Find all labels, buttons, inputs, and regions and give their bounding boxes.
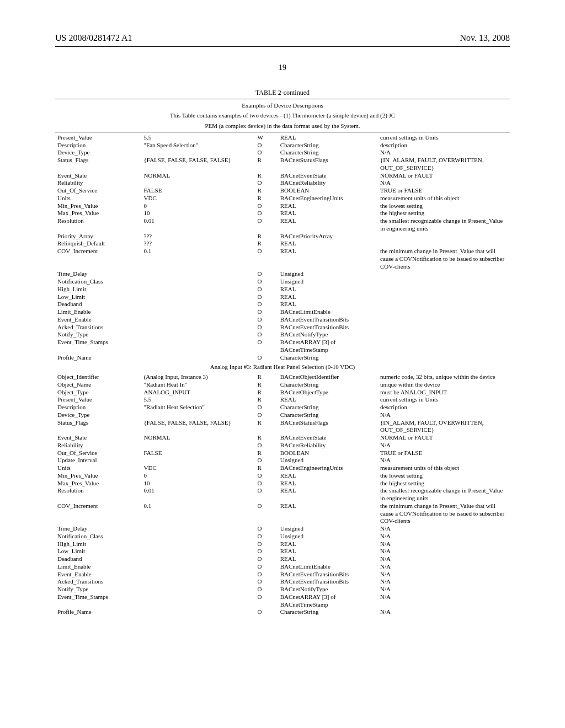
cell-c2: [142, 331, 255, 339]
cell-c1: Device_Type: [55, 149, 142, 157]
cell-c4: BACnetARRAY [3] of BACnetTimeStamp: [278, 593, 378, 609]
cell-c1: High_Limit: [55, 286, 142, 293]
cell-c3: O: [255, 457, 278, 464]
table-row: Low_LimitOREAL: [55, 293, 510, 301]
table-caption-rule: [55, 132, 510, 132]
table-row: Object_Identifier(Analog Input, Instance…: [55, 373, 510, 381]
cell-c2: [142, 149, 255, 157]
cell-c3: R: [255, 434, 278, 442]
cell-c2: [142, 286, 255, 293]
cell-c5: N/A: [378, 179, 510, 187]
table-row: Device_TypeOCharacterStringN/A: [55, 411, 510, 419]
cell-c2: 0.01: [142, 217, 255, 233]
cell-c5: the minimum change in Present_Value that…: [378, 502, 510, 525]
cell-c1: Units: [55, 464, 142, 472]
cell-c3: R: [255, 464, 278, 472]
cell-c5: [378, 301, 510, 308]
page-header: US 2008/0281472 A1 Nov. 13, 2008: [55, 33, 510, 43]
cell-c5: N/A: [378, 593, 510, 609]
cell-c5: TRUE or FALSE: [378, 187, 510, 195]
cell-c4: BACnetLimitEnable: [278, 563, 378, 571]
cell-c1: Low_Limit: [55, 293, 142, 301]
cell-c1: Acked_Transitions: [55, 324, 142, 331]
cell-c5: the lowest setting: [378, 472, 510, 480]
table-row: Present_Value5.5RREALcurrent settings in…: [55, 396, 510, 404]
table-row: Event_EnableOBACnetEventTransitionBits: [55, 316, 510, 324]
table-row: Acked_TransitionsOBACnetEventTransitionB…: [55, 578, 510, 586]
cell-c4: BACnetObjectType: [278, 389, 378, 397]
table-row: Priority_Array???RBACnetPriorityArray: [55, 233, 510, 240]
cell-c4: BACnetEventState: [278, 434, 378, 442]
cell-c3: O: [255, 308, 278, 316]
cell-c1: Status_Flags: [55, 419, 142, 435]
cell-c5: [378, 233, 510, 240]
cell-c1: Notify_Type: [55, 331, 142, 339]
section-heading-row: Analog Input #3: Radiant Heat Panel Sele…: [55, 361, 510, 373]
cell-c4: BOOLEAN: [278, 187, 378, 195]
cell-c2: FALSE: [142, 187, 255, 195]
cell-c5: NORMAL or FAULT: [378, 172, 510, 180]
cell-c2: [142, 608, 255, 616]
cell-c1: Time_Delay: [55, 270, 142, 278]
doc-date: Nov. 13, 2008: [460, 33, 510, 43]
table-title: TABLE 2-continued: [55, 89, 510, 97]
cell-c4: REAL: [278, 286, 378, 293]
table-top-rule: [55, 99, 510, 99]
cell-c4: REAL: [278, 472, 378, 480]
cell-c4: CharacterString: [278, 411, 378, 419]
cell-c4: CharacterString: [278, 142, 378, 149]
cell-c2: [142, 293, 255, 301]
cell-c4: CharacterString: [278, 608, 378, 616]
cell-c2: [142, 555, 255, 563]
table-row: UnitsVDCRBACnetEngineeringUnitsmeasureme…: [55, 195, 510, 202]
cell-c4: REAL: [278, 217, 378, 233]
cell-c2: [142, 593, 255, 609]
cell-c4: BACnetEngineeringUnits: [278, 195, 378, 202]
cell-c4: BACnetEventTransitionBits: [278, 324, 378, 331]
cell-c4: BACnetNotifyType: [278, 331, 378, 339]
cell-c2: (Analog Input, Instance 3): [142, 373, 255, 381]
table-row: Status_Flags{FALSE, FALSE, FALSE, FALSE}…: [55, 157, 510, 172]
cell-c3: W: [255, 134, 278, 142]
cell-c3: O: [255, 472, 278, 480]
cell-c5: N/A: [378, 540, 510, 548]
cell-c4: CharacterString: [278, 354, 378, 362]
cell-c4: REAL: [278, 202, 378, 210]
cell-c3: R: [255, 240, 278, 248]
cell-c3: O: [255, 202, 278, 210]
cell-c4: BACnetARRAY [3] of BACnetTimeStamp: [278, 339, 378, 354]
cell-c5: [378, 354, 510, 362]
table-row: Description"Radiant Heat Selection"OChar…: [55, 404, 510, 411]
cell-c3: O: [255, 248, 278, 270]
cell-c4: REAL: [278, 540, 378, 548]
cell-c2: "Radiant Heat In": [142, 381, 255, 389]
cell-c4: BOOLEAN: [278, 449, 378, 457]
cell-c4: REAL: [278, 396, 378, 404]
cell-c1: Priority_Array: [55, 233, 142, 240]
cell-c4: Unsigned: [278, 270, 378, 278]
table-row: Resolution0.01OREALthe smallest recogniz…: [55, 217, 510, 233]
cell-c4: Unsigned: [278, 278, 378, 286]
cell-c5: current settings in Units: [378, 396, 510, 404]
cell-c5: N/A: [378, 525, 510, 533]
cell-c4: BACnetEventTransitionBits: [278, 571, 378, 579]
cell-c3: R: [255, 157, 278, 172]
cell-c5: N/A: [378, 578, 510, 586]
cell-c3: R: [255, 419, 278, 435]
cell-c4: BACnetEventTransitionBits: [278, 316, 378, 324]
cell-c5: N/A: [378, 608, 510, 616]
cell-c3: O: [255, 339, 278, 354]
cell-c1: Device_Type: [55, 411, 142, 419]
cell-c1: Resolution: [55, 217, 142, 233]
cell-c2: [142, 548, 255, 555]
cell-c2: [142, 270, 255, 278]
table-row: COV_Increment0.1OREALthe minimum change …: [55, 502, 510, 525]
cell-c2: [142, 533, 255, 540]
cell-c4: REAL: [278, 301, 378, 308]
cell-c5: N/A: [378, 571, 510, 579]
cell-c1: Limit_Enable: [55, 308, 142, 316]
table-row: Profile_NameOCharacterStringN/A: [55, 608, 510, 616]
cell-c4: REAL: [278, 487, 378, 502]
cell-c2: [142, 578, 255, 586]
cell-c3: O: [255, 571, 278, 579]
